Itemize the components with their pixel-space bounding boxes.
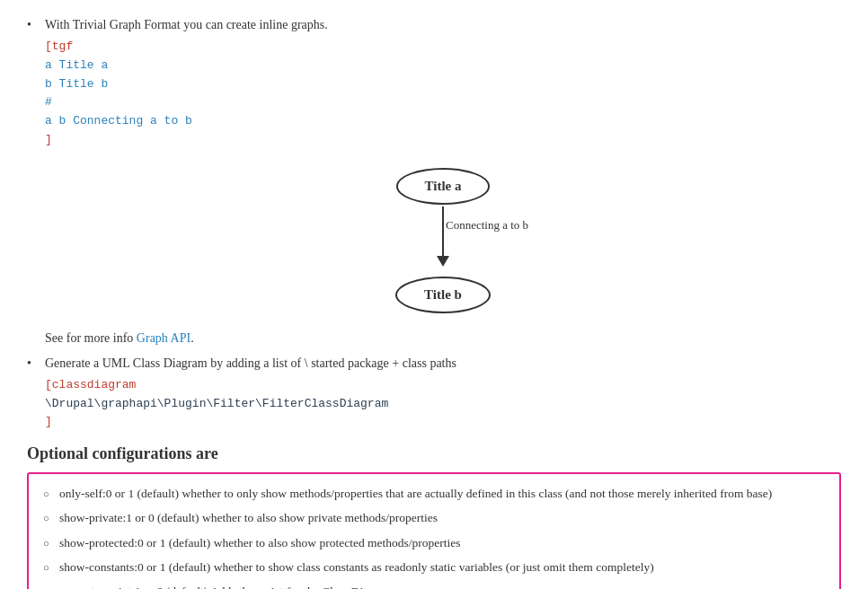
main-list: With Trivial Graph Format you can create…	[27, 18, 841, 432]
arrow-line	[442, 207, 444, 256]
graph-diagram: Title a Connecting a to b Title b	[353, 168, 533, 313]
optional-item-1: show-private:1 or 0 (default) whether to…	[43, 509, 825, 527]
bullet2-text: Generate a UML Class Diagram by adding a…	[45, 356, 456, 370]
classdiagram-close: ]	[45, 415, 52, 428]
tgf-line-1: a Title a	[45, 57, 841, 75]
tgf-line-3: #	[45, 93, 841, 112]
classdiagram-code-block: [classdiagram \Drupal\graphapi\Plugin\Fi…	[45, 376, 841, 432]
graph-node-b: Title b	[395, 277, 491, 313]
bullet-item-1: With Trivial Graph Format you can create…	[27, 18, 841, 346]
graph-api-link[interactable]: Graph API	[137, 331, 190, 345]
arrow-head	[437, 256, 449, 267]
see-more-prefix: See for more info	[45, 331, 137, 345]
see-more-text: See for more info Graph API.	[45, 331, 841, 346]
graph-arrow: Connecting a to b	[437, 205, 449, 277]
optional-item-3: show-constants:0 or 1 (default) whether …	[43, 558, 825, 576]
optional-item-4: generate-script:1 or 0 (default) Adds th…	[43, 583, 825, 589]
tgf-close: ]	[45, 133, 52, 146]
tgf-line-2: b Title b	[45, 75, 841, 94]
tgf-line-4: a b Connecting a to b	[45, 112, 841, 131]
optional-heading: Optional configurations are	[27, 444, 841, 463]
optional-list: only-self:0 or 1 (default) whether to on…	[43, 485, 825, 589]
optional-box: only-self:0 or 1 (default) whether to on…	[27, 472, 841, 589]
optional-item-2: show-protected:0 or 1 (default) whether …	[43, 534, 825, 552]
optional-item-0: only-self:0 or 1 (default) whether to on…	[43, 485, 825, 503]
bullet-item-2: Generate a UML Class Diagram by adding a…	[27, 356, 841, 432]
tgf-open: [tgf	[45, 40, 73, 53]
classdiagram-line-1: \Drupal\graphapi\Plugin\Filter\FilterCla…	[45, 395, 841, 414]
bullet1-text: With Trivial Graph Format you can create…	[45, 18, 328, 31]
tgf-code-block: [tgf a Title a b Title b # a b Connectin…	[45, 38, 841, 150]
graph-node-a: Title a	[396, 168, 491, 205]
arrow-label: Connecting a to b	[446, 218, 528, 233]
classdiagram-open: [classdiagram	[45, 378, 136, 391]
